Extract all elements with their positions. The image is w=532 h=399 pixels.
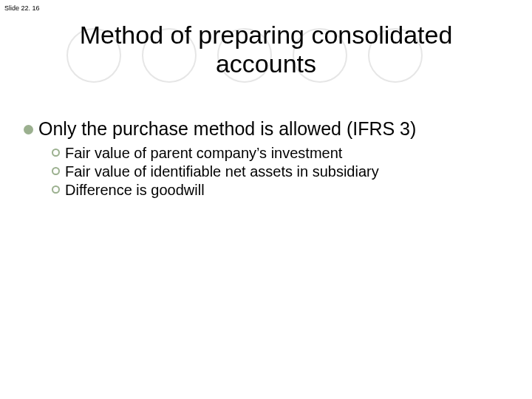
main-bullet: Only the purchase method is allowed (IFR… <box>24 118 517 140</box>
bullet-ring-icon <box>52 185 60 194</box>
bullet-ring-icon <box>52 149 60 157</box>
sub-bullet: Difference is goodwill <box>52 181 517 200</box>
sub-bullet: Fair value of identifiable net assets in… <box>52 163 517 181</box>
slide-number: Slide 22. 16 <box>4 4 40 12</box>
bullet-ring-icon <box>52 167 60 175</box>
slide-content: Only the purchase method is allowed (IFR… <box>24 118 517 200</box>
sub-bullet-text: Fair value of identifiable net assets in… <box>65 163 379 181</box>
sub-bullet-text: Fair value of parent company’s investmen… <box>65 144 342 163</box>
bullet-dot-icon <box>24 125 33 134</box>
sub-bullet: Fair value of parent company’s investmen… <box>52 144 517 163</box>
sub-bullet-list: Fair value of parent company’s investmen… <box>52 144 517 200</box>
main-bullet-text: Only the purchase method is allowed (IFR… <box>38 118 416 140</box>
slide-title: Method of preparing consolidated account… <box>0 21 532 78</box>
sub-bullet-text: Difference is goodwill <box>65 181 205 200</box>
